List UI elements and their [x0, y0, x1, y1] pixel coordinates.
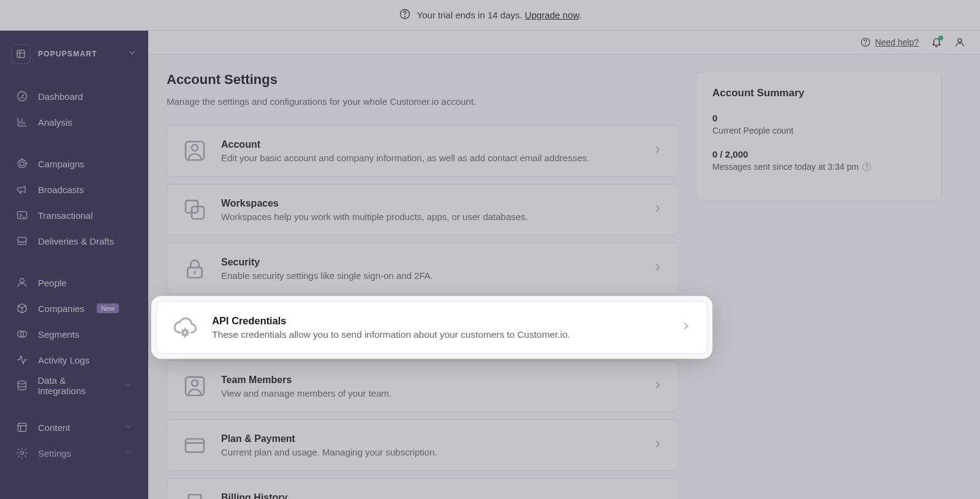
sidebar-item-label: Settings — [38, 448, 71, 459]
sidebar-item-label: Dashboard — [38, 91, 83, 102]
megaphone-icon — [16, 183, 28, 196]
svg-point-4 — [18, 159, 26, 167]
workspace-switcher[interactable]: POPUPSMART — [0, 37, 148, 71]
workspace-icon — [11, 44, 31, 64]
gauge-icon — [16, 90, 28, 102]
svg-rect-2 — [17, 50, 24, 58]
sidebar-item-data[interactable]: Data & Integrations — [0, 373, 148, 398]
card-description: View and manage members of your team. — [221, 388, 639, 398]
nav-section: Dashboard Analysis — [0, 83, 148, 135]
layout-icon — [16, 421, 28, 433]
sidebar-item-label: Analysis — [38, 117, 72, 128]
sidebar: POPUPSMART Dashboard Analysis Campaigns — [0, 31, 148, 499]
main: Need help? Account Settings Manage the s… — [148, 31, 980, 499]
sidebar-item-label: Segments — [38, 329, 80, 340]
svg-point-15 — [958, 39, 962, 42]
terminal-icon — [16, 209, 28, 221]
sidebar-item-segments[interactable]: Segments — [0, 321, 148, 347]
nav-section: Campaigns Broadcasts Transactional Deliv… — [0, 151, 148, 254]
sidebar-item-activity[interactable]: Activity Logs — [0, 347, 148, 373]
settings-card-account[interactable]: Account Edit your basic account and comp… — [167, 125, 679, 177]
sidebar-item-broadcasts[interactable]: Broadcasts — [0, 177, 148, 202]
card-description: Current plan and usage. Managing your su… — [221, 447, 639, 457]
chevron-right-icon — [680, 321, 692, 335]
settings-card-plan[interactable]: Plan & Payment Current plan and usage. M… — [167, 419, 679, 471]
sidebar-item-label: Data & Integrations — [37, 375, 114, 396]
card-title: Security — [221, 257, 639, 268]
box-icon — [16, 302, 28, 314]
sidebar-item-label: People — [38, 278, 67, 288]
nav-section: People Companies New Segments Activity L… — [0, 270, 148, 398]
info-icon[interactable]: ? — [862, 162, 871, 171]
svg-rect-11 — [18, 423, 26, 431]
chevron-up-icon — [124, 448, 132, 459]
chevron-down-icon — [127, 48, 137, 60]
svg-point-5 — [20, 162, 24, 166]
sidebar-item-label: Content — [38, 422, 70, 433]
settings-card-team[interactable]: Team Members View and manage members of … — [167, 360, 679, 412]
sidebar-item-content[interactable]: Content — [0, 414, 148, 440]
summary-stat: 0 / 2,000 Messages sent since today at 3… — [712, 149, 925, 172]
chevron-down-icon — [124, 381, 132, 391]
sidebar-item-settings[interactable]: Settings — [0, 440, 148, 466]
sidebar-item-transactional[interactable]: Transactional — [0, 202, 148, 228]
user-icon — [182, 138, 208, 164]
chevron-right-icon — [652, 438, 663, 452]
activity-icon — [16, 354, 28, 366]
trial-text: Your trial ends in 14 days. Upgrade now. — [417, 10, 582, 20]
card-title: Team Members — [221, 375, 639, 386]
sidebar-item-deliveries[interactable]: Deliveries & Drafts — [0, 228, 148, 254]
trial-banner: Your trial ends in 14 days. Upgrade now. — [0, 0, 980, 31]
stat-label: Current People count — [712, 126, 925, 135]
account-summary-card: Account Summary 0 Current People count 0… — [696, 72, 942, 200]
stat-label: Messages sent since today at 3:34 pm ? — [712, 162, 925, 172]
sidebar-item-label: Companies — [38, 303, 85, 314]
lock-icon — [182, 256, 208, 281]
sidebar-item-analysis[interactable]: Analysis — [0, 109, 148, 135]
upgrade-link[interactable]: Upgrade now — [525, 10, 579, 20]
svg-point-1 — [404, 17, 405, 17]
settings-card-security[interactable]: Security Enable security settings like s… — [167, 243, 679, 294]
sidebar-item-people[interactable]: People — [0, 270, 148, 295]
card-title: Plan & Payment — [221, 433, 639, 444]
sidebar-item-label: Campaigns — [38, 159, 85, 169]
sidebar-item-label: Transactional — [38, 210, 93, 221]
user-icon — [16, 276, 28, 289]
card-title: Account — [221, 139, 639, 150]
target-icon — [16, 158, 28, 170]
card-title: Workspaces — [221, 198, 639, 209]
card-title: Billing History — [221, 492, 639, 500]
settings-card-billing[interactable]: Billing History View your billing histor… — [167, 478, 679, 499]
stat-value: 0 — [712, 113, 925, 123]
svg-point-14 — [865, 44, 866, 45]
sidebar-item-label: Deliveries & Drafts — [38, 236, 114, 246]
bell-icon[interactable] — [931, 37, 942, 48]
user-icon — [182, 373, 208, 399]
help-circle-icon — [860, 37, 871, 48]
card-description: Workspaces help you work with multiple p… — [221, 211, 639, 222]
summary-stat: 0 Current People count — [712, 113, 925, 135]
sidebar-item-label: Activity Logs — [38, 355, 89, 365]
svg-point-12 — [21, 452, 24, 455]
card-icon — [182, 432, 208, 458]
notification-dot — [938, 36, 943, 40]
chevron-right-icon — [652, 144, 663, 158]
card-description: These credentials allow you to send info… — [212, 329, 666, 340]
nav-section: Content Settings — [0, 414, 148, 466]
help-circle-icon — [399, 8, 411, 22]
need-help-link[interactable]: Need help? — [860, 37, 919, 48]
chevron-right-icon — [652, 203, 663, 216]
sidebar-item-companies[interactable]: Companies New — [0, 295, 148, 321]
avatar-icon[interactable] — [954, 37, 965, 48]
settings-card-api[interactable]: API Credentials These credentials allow … — [156, 301, 707, 354]
help-label: Need help? — [875, 37, 919, 47]
receipt-icon — [182, 491, 208, 499]
svg-point-10 — [18, 381, 26, 384]
sidebar-item-label: Broadcasts — [38, 185, 84, 195]
sidebar-item-dashboard[interactable]: Dashboard — [0, 83, 148, 109]
chevron-right-icon — [652, 262, 663, 275]
settings-card-workspaces[interactable]: Workspaces Workspaces help you work with… — [167, 184, 679, 235]
sidebar-item-campaigns[interactable]: Campaigns — [0, 151, 148, 177]
new-badge: New — [97, 303, 119, 313]
page-title: Account Settings — [167, 72, 679, 88]
